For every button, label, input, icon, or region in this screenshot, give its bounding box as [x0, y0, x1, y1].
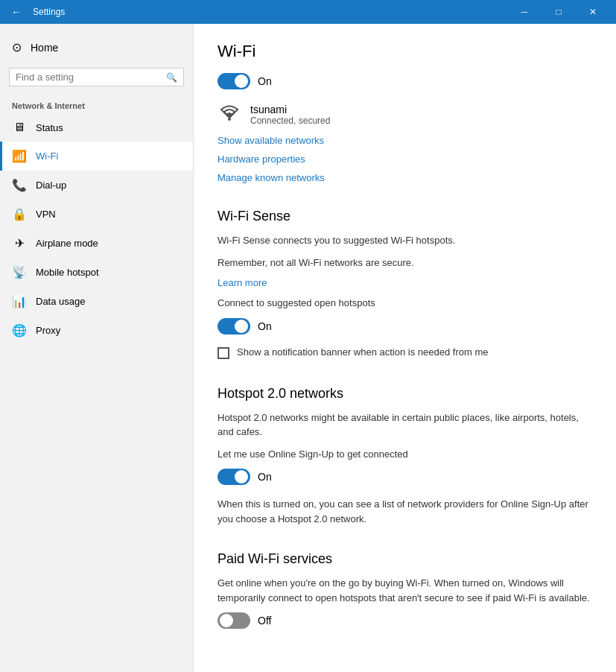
search-input[interactable] [16, 72, 166, 83]
wifi-title: Wi-Fi [217, 42, 592, 61]
paid-toggle-knob [220, 614, 233, 627]
network-status: Connected, secured [250, 115, 330, 126]
wifi-toggle[interactable] [217, 73, 250, 89]
proxy-icon: 🌐 [12, 323, 27, 337]
notification-checkbox-row: Show a notification banner when action i… [217, 346, 592, 359]
back-icon: ← [11, 6, 22, 18]
close-icon: ✕ [589, 7, 597, 17]
wifi-toggle-row: On [217, 73, 592, 89]
hardware-properties-link[interactable]: Hardware properties [217, 153, 592, 165]
show-networks-link[interactable]: Show available networks [217, 135, 592, 146]
paid-wifi-desc: Get online when you're on the go by buyi… [217, 576, 592, 605]
airplane-icon: ✈ [12, 236, 27, 250]
wifi-sense-desc2: Remember, not all Wi-Fi networks are sec… [217, 256, 592, 270]
hotspot-icon: 📡 [12, 265, 27, 279]
minimize-icon: ─ [521, 7, 528, 17]
sidebar-item-dialup[interactable]: 📞 Dial-up [0, 171, 193, 200]
wifi-toggle-label: On [258, 75, 272, 87]
network-name: tsunami [250, 104, 330, 115]
online-toggle-row: On [217, 469, 592, 485]
sidebar-item-label-airplane: Airplane mode [36, 238, 98, 249]
sidebar: ⊙ Home 🔍 Network & Internet 🖥 Status 📶 W… [0, 24, 194, 672]
connect-toggle[interactable] [217, 318, 250, 335]
svg-point-0 [228, 118, 231, 121]
dialup-icon: 📞 [12, 178, 27, 192]
home-icon: ⊙ [12, 40, 22, 54]
main-content: Wi-Fi On tsunami Connected, secured Sh [194, 24, 616, 672]
hotspot-desc: Hotspot 2.0 networks might be available … [217, 411, 592, 440]
titlebar-controls: ─ □ ✕ [507, 0, 610, 24]
minimize-button[interactable]: ─ [507, 0, 542, 24]
wifi-sense-desc1: Wi-Fi Sense connects you to suggested Wi… [217, 233, 592, 248]
connect-hotspots-label: Connect to suggested open hotspots [217, 296, 592, 311]
sidebar-item-status[interactable]: 🖥 Status [0, 113, 193, 142]
sidebar-item-label-wifi: Wi-Fi [36, 150, 58, 162]
paid-wifi-title: Paid Wi-Fi services [217, 551, 592, 567]
online-toggle-label: On [258, 471, 272, 483]
connected-network-row: tsunami Connected, secured [217, 101, 592, 127]
online-toggle[interactable] [217, 469, 250, 485]
sidebar-category: Network & Internet [0, 95, 193, 113]
close-button[interactable]: ✕ [576, 0, 610, 24]
search-icon: 🔍 [166, 72, 177, 83]
maximize-icon: □ [556, 7, 561, 17]
sidebar-item-home[interactable]: ⊙ Home [0, 33, 193, 62]
paid-toggle[interactable] [217, 612, 250, 629]
sidebar-item-airplane[interactable]: ✈ Airplane mode [0, 229, 193, 258]
sidebar-item-label-proxy: Proxy [36, 325, 60, 336]
sidebar-item-vpn[interactable]: 🔒 VPN [0, 200, 193, 229]
sidebar-item-mobile-hotspot[interactable]: 📡 Mobile hotspot [0, 258, 193, 287]
back-button[interactable]: ← [6, 1, 27, 22]
search-box: 🔍 [9, 68, 184, 86]
notification-checkbox-label: Show a notification banner when action i… [237, 346, 488, 358]
sidebar-item-data-usage[interactable]: 📊 Data usage [0, 287, 193, 316]
wifi-icon: 📶 [12, 149, 27, 163]
sidebar-item-label-data: Data usage [36, 296, 86, 307]
notification-checkbox[interactable] [217, 347, 229, 359]
sidebar-item-label-status: Status [36, 122, 63, 133]
titlebar-title: Settings [33, 7, 65, 17]
sidebar-item-label-dialup: Dial-up [36, 180, 66, 191]
maximize-button[interactable]: □ [542, 0, 576, 24]
sidebar-item-label-hotspot: Mobile hotspot [36, 267, 99, 278]
connect-toggle-label: On [258, 320, 272, 332]
data-usage-icon: 📊 [12, 294, 27, 308]
wifi-toggle-knob [235, 75, 248, 88]
sidebar-item-wifi[interactable]: 📶 Wi-Fi [0, 142, 193, 171]
paid-toggle-row: Off [217, 612, 592, 629]
online-desc: When this is turned on, you can see a li… [217, 497, 592, 526]
manage-networks-link[interactable]: Manage known networks [217, 172, 592, 183]
learn-more-link[interactable]: Learn more [217, 277, 592, 288]
connect-toggle-row: On [217, 318, 592, 335]
connected-wifi-icon [217, 101, 241, 127]
connect-toggle-knob [235, 320, 248, 333]
vpn-icon: 🔒 [12, 207, 27, 221]
sidebar-item-label-vpn: VPN [36, 209, 56, 220]
home-label: Home [31, 42, 58, 54]
online-toggle-knob [235, 470, 248, 484]
online-signup-label: Let me use Online Sign-Up to get connect… [217, 447, 592, 462]
titlebar-left: ← Settings [6, 1, 65, 22]
network-info: tsunami Connected, secured [250, 104, 330, 126]
wifi-sense-title: Wi-Fi Sense [217, 209, 592, 224]
paid-toggle-label: Off [258, 615, 271, 627]
titlebar: ← Settings ─ □ ✕ [0, 0, 616, 24]
app-body: ⊙ Home 🔍 Network & Internet 🖥 Status 📶 W… [0, 24, 616, 672]
status-icon: 🖥 [12, 121, 27, 134]
sidebar-item-proxy[interactable]: 🌐 Proxy [0, 316, 193, 345]
hotspot-title: Hotspot 2.0 networks [217, 386, 592, 402]
